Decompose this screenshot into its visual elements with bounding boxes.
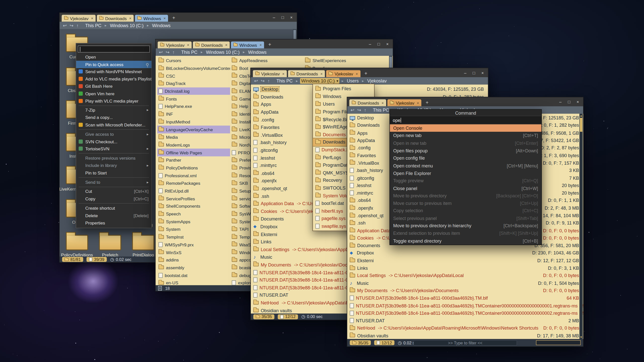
tab-close-icon[interactable]: × bbox=[260, 43, 262, 47]
file-row[interactable]: Panther bbox=[157, 156, 230, 164]
minimize-button[interactable]: – bbox=[556, 98, 565, 105]
file-row[interactable]: Obsidian vaultsD: 17, F: 149, 38 MB bbox=[347, 332, 583, 339]
file-row[interactable]: LinksD: 0, F: 3, 1 KB bbox=[347, 264, 583, 272]
file-row[interactable]: Fonts bbox=[157, 95, 230, 103]
menu-item[interactable]: SVN Checkout... bbox=[76, 138, 151, 145]
up-button[interactable]: ↑ bbox=[76, 23, 78, 28]
file-row[interactable]: INF bbox=[157, 110, 230, 118]
palette-item[interactable]: Move to previous directory in hierarchy[… bbox=[390, 222, 541, 230]
scrollbar[interactable]: ▲ ▼ bbox=[579, 114, 583, 339]
file-row[interactable]: Professional.xml bbox=[157, 172, 230, 179]
palette-item[interactable]: Select previous panel[Shift+Tab] bbox=[390, 214, 541, 222]
maximize-button[interactable]: □ bbox=[565, 98, 573, 105]
back-button[interactable]: ↩ bbox=[159, 50, 163, 55]
new-tab-button[interactable]: + bbox=[424, 99, 430, 105]
palette-item[interactable]: Open context menu[Ctrl+M] [Menu] bbox=[390, 162, 541, 169]
file-row[interactable]: ShellComponents bbox=[157, 202, 230, 210]
menu-item[interactable]: Restore previous versions bbox=[76, 154, 151, 162]
file-row[interactable]: DiagTrack bbox=[157, 80, 230, 87]
menu-item[interactable]: Delete[Delete] bbox=[76, 212, 151, 219]
file-row[interactable]: DtcInstall.log bbox=[157, 87, 230, 95]
tab-close-icon[interactable]: × bbox=[129, 16, 132, 20]
tab-vjekoslav[interactable]: Vjekoslav× bbox=[62, 15, 96, 22]
tab-close-icon[interactable]: × bbox=[91, 16, 93, 20]
menu-item[interactable]: Open Vim here bbox=[76, 90, 151, 97]
close-button[interactable]: × bbox=[383, 40, 391, 48]
file-row[interactable]: assembly bbox=[157, 264, 230, 272]
file-row[interactable]: bootstat.dat bbox=[157, 272, 230, 279]
back-button[interactable]: ↩ bbox=[63, 23, 67, 28]
breadcrumb-item[interactable]: Windows 10 (C:) bbox=[109, 23, 145, 28]
close-button[interactable]: × bbox=[287, 14, 296, 21]
palette-item[interactable]: Move cursor to previous item[Ctrl+Up] bbox=[390, 199, 541, 207]
menu-item[interactable]: Send to▸ bbox=[76, 178, 151, 186]
scrollbar-thumb[interactable] bbox=[580, 118, 582, 132]
menu-item[interactable]: TortoiseSVN▸ bbox=[76, 145, 151, 152]
file-row[interactable]: Local Settings-> C:\Users\Vjekoslav\AppD… bbox=[347, 272, 583, 279]
file-row[interactable]: addins bbox=[157, 256, 230, 264]
file-row[interactable]: RtlExUpd.dll bbox=[157, 187, 230, 195]
filter-input[interactable]: >> Type to filter << bbox=[414, 340, 517, 345]
palette-item[interactable]: Close panel[Ctrl+W] bbox=[390, 185, 541, 192]
file-row[interactable]: NTUSER.DAT{53b39e88-18c4-11ea-a811-000d3… bbox=[347, 302, 583, 309]
breadcrumb-item[interactable]: Users bbox=[346, 78, 360, 84]
tab-downloads[interactable]: Downloads× bbox=[349, 99, 386, 106]
tab-vjekoslav[interactable]: Vjekoslav× bbox=[326, 70, 360, 77]
menu-item[interactable]: Pin to Start bbox=[76, 169, 151, 176]
breadcrumb-item[interactable]: Windows 10 (C:) bbox=[205, 49, 241, 55]
tab-close-icon[interactable]: × bbox=[225, 43, 227, 47]
up-button[interactable]: ↑ bbox=[364, 108, 366, 113]
file-row[interactable]: BitLockerDiscoveryVolumeContents bbox=[157, 64, 230, 72]
breadcrumb-item[interactable]: Windows 10 (C:)▾ bbox=[300, 78, 340, 84]
palette-item[interactable]: Toggle preview[Ctrl+Q] bbox=[390, 177, 541, 185]
file-row[interactable]: WMSysPr9.prx bbox=[157, 241, 230, 249]
new-tab-button[interactable]: + bbox=[267, 41, 273, 48]
palette-item[interactable]: Open in new tab[Ctrl+Enter] bbox=[390, 139, 541, 147]
palette-item[interactable]: Toggle expand directory[Ctrl+B] bbox=[390, 237, 541, 245]
palette-item[interactable]: Open File Explorer bbox=[390, 169, 541, 177]
menu-item[interactable]: Cut[Ctrl+X] bbox=[76, 188, 151, 195]
file-row[interactable]: TempInst bbox=[157, 233, 230, 241]
file-row[interactable]: Cursors bbox=[157, 57, 230, 64]
file-row[interactable]: NTUSER.DAT2 MB bbox=[347, 317, 583, 324]
menu-item[interactable]: Scan with Microsoft Defender... bbox=[76, 121, 151, 128]
file-row[interactable]: NTUSER.DAT{53b39e88-18c4-11ea-a811-000d3… bbox=[347, 294, 583, 302]
new-tab-button[interactable]: + bbox=[363, 70, 369, 76]
file-row[interactable]: Offline Web Pages bbox=[157, 149, 230, 156]
file-row[interactable]: RemotePackages bbox=[157, 179, 230, 187]
tab-vjekoslav[interactable]: Vjekoslav× bbox=[387, 99, 421, 106]
rename-input[interactable] bbox=[78, 46, 150, 53]
maximize-button[interactable]: □ bbox=[278, 14, 287, 21]
file-row[interactable]: NetHood-> C:\Users\Vjekoslav\AppData\Roa… bbox=[347, 324, 583, 332]
file-row[interactable]: HelpPane.exe bbox=[157, 103, 230, 110]
tab-close-icon[interactable]: × bbox=[164, 16, 166, 20]
file-row[interactable]: InputMethod bbox=[157, 118, 230, 126]
file-row[interactable]: ShellExperiences bbox=[304, 57, 387, 64]
scroll-up-icon[interactable]: ▲ bbox=[579, 114, 583, 117]
menu-item[interactable]: Properties bbox=[76, 219, 151, 226]
file-row[interactable]: NTUSER.DAT{53b39e88-18c4-11ea-a811-000d3… bbox=[347, 309, 583, 317]
menu-item[interactable]: Send a copy... bbox=[76, 114, 151, 121]
tab-windows[interactable]: Windows× bbox=[135, 15, 168, 22]
forward-button[interactable]: ↪ bbox=[70, 23, 73, 28]
file-icon-item[interactable]: Prefetch bbox=[95, 235, 125, 257]
tab-vjekoslav[interactable]: Vjekoslav× bbox=[158, 41, 192, 49]
file-row[interactable]: SystemApps bbox=[157, 218, 230, 225]
menu-item[interactable]: Copy[Ctrl+C] bbox=[76, 195, 151, 202]
file-row[interactable]: ◆DropboxD: 230, F: 1043, 46 GB bbox=[347, 249, 583, 257]
titlebar[interactable]: Vjekoslav×Downloads×Vjekoslav×+ – □ × bbox=[251, 68, 488, 77]
forward-button[interactable]: ↪ bbox=[166, 50, 169, 55]
forward-button[interactable]: ↪ bbox=[357, 107, 361, 113]
palette-item[interactable]: Open new tab[Ctrl+T] bbox=[390, 132, 541, 140]
breadcrumb-item[interactable]: Windows bbox=[151, 23, 172, 28]
breadcrumb-item[interactable]: This PC bbox=[372, 107, 390, 113]
dropdown-item[interactable]: Program Files bbox=[313, 85, 374, 93]
palette-item[interactable]: Move to previous directory[Backspace] [C… bbox=[390, 192, 541, 200]
tab-close-icon[interactable]: × bbox=[356, 72, 358, 76]
palette-item[interactable]: Open config file bbox=[390, 154, 541, 162]
menu-item[interactable]: Pin to Quick access bbox=[76, 61, 151, 68]
tab-vjekoslav[interactable]: Vjekoslav× bbox=[253, 70, 287, 77]
palette-input[interactable]: ope bbox=[390, 116, 541, 124]
tab-downloads[interactable]: Downloads× bbox=[193, 41, 230, 49]
file-row[interactable]: Speech bbox=[157, 210, 230, 218]
